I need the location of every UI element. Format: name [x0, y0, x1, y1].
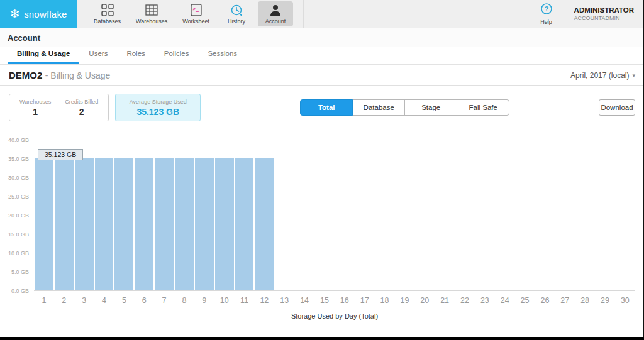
y-tick-label: 25.0 GB [5, 194, 34, 200]
x-tick-label: 21 [435, 296, 455, 305]
bar[interactable] [235, 158, 254, 290]
y-tick-label: 15.0 GB [5, 231, 34, 238]
warehouses-icon [145, 3, 158, 17]
date-selector-value: April, 2017 (local) [570, 71, 629, 80]
warehouses-stat: Warehouses 1 [19, 99, 51, 117]
date-selector[interactable]: April, 2017 (local) ▾ [570, 71, 635, 80]
user-menu[interactable]: ADMINISTRATOR ACCOUNTADMIN [574, 6, 634, 21]
bar-slot [595, 140, 615, 290]
bar[interactable] [55, 158, 74, 290]
x-tick-label: 24 [495, 296, 515, 305]
bar-slot [335, 140, 355, 290]
bar-slot [254, 140, 274, 290]
bar-slot [194, 140, 214, 290]
bar-slot [375, 140, 395, 290]
databases-icon [101, 3, 114, 17]
account-icon [269, 3, 282, 17]
bar[interactable] [215, 158, 234, 290]
x-tick-label: 18 [375, 296, 395, 305]
x-tick-label: 19 [394, 296, 414, 305]
nav-divider [303, 0, 304, 28]
bar-slot [355, 140, 375, 290]
bar[interactable] [175, 158, 194, 290]
bar[interactable] [95, 158, 114, 290]
x-axis-title: Storage Used by Day (Total) [34, 312, 635, 320]
x-tick-label: 29 [595, 296, 615, 305]
bar-slot [174, 140, 194, 290]
worksheet-icon: >_ [189, 3, 203, 17]
y-tick-label: 5.0 GB [5, 269, 34, 275]
nav-item-label: Warehouses [136, 18, 167, 25]
y-tick-label: 35.0 GB [5, 156, 34, 162]
nav-item-databases[interactable]: Databases [88, 1, 126, 26]
x-tick-label: 11 [235, 296, 255, 305]
nav-item-worksheet[interactable]: >_ Worksheet [177, 1, 215, 26]
bar[interactable] [75, 158, 94, 290]
x-tick-label: 14 [294, 296, 314, 305]
x-tick-label: 20 [414, 296, 435, 305]
storage-value: 35.123 GB [130, 107, 187, 117]
bar-slot [555, 140, 575, 290]
y-tick-label: 40.0 GB [5, 137, 34, 143]
section-header: Account [0, 28, 644, 47]
bar-slot [235, 140, 255, 290]
segment-stage[interactable]: Stage [404, 99, 457, 116]
nav-item-warehouses[interactable]: Warehouses [130, 1, 173, 26]
snowflake-logo[interactable]: ❄ snowflake [0, 0, 77, 28]
stats-row: Warehouses 1 Credits Billed 2 Average St… [0, 86, 644, 121]
tab-billing-usage[interactable]: Billing & Usage [8, 50, 79, 64]
x-tick-label: 22 [455, 296, 475, 305]
x-tick-label: 30 [615, 296, 635, 305]
help-label: Help [540, 19, 552, 25]
x-axis: 1234567891011121314151617181920212223242… [34, 296, 635, 305]
bar[interactable] [114, 158, 133, 290]
bar[interactable] [255, 158, 274, 290]
snowflake-console: ❄ snowflake Databases Warehouses >_ Wo [0, 0, 644, 340]
storage-chart: 40.0 GB35.0 GB30.0 GB25.0 GB20.0 GB15.0 … [5, 140, 635, 320]
nav-item-label: Databases [94, 18, 121, 25]
nav-item-account[interactable]: Account [258, 1, 293, 26]
plot-area: 35.123 GB [34, 140, 635, 291]
download-button[interactable]: Download [599, 99, 635, 116]
y-tick-label: 10.0 GB [5, 250, 34, 256]
x-tick-label: 27 [555, 296, 575, 305]
account-name: DEMO2 [9, 70, 42, 80]
nav-item-label: History [228, 18, 245, 25]
bar[interactable] [135, 158, 153, 290]
x-tick-label: 16 [335, 296, 355, 305]
warehouses-label: Warehouses [19, 99, 51, 105]
nav-item-history[interactable]: History [219, 1, 254, 26]
help-button[interactable]: ? Help [540, 3, 553, 25]
bar-slot [435, 140, 455, 290]
storage-label: Average Storage Used [130, 99, 187, 105]
x-tick-label: 23 [475, 296, 495, 305]
x-tick-label: 9 [194, 296, 214, 305]
segment-database[interactable]: Database [352, 99, 405, 116]
bar-slot [394, 140, 414, 290]
x-tick-label: 4 [94, 296, 114, 305]
title-row: DEMO2 - Billing & Usage April, 2017 (loc… [0, 65, 644, 86]
y-tick-label: 20.0 GB [5, 212, 34, 219]
bar[interactable] [155, 158, 174, 290]
x-tick-label: 8 [174, 296, 194, 305]
bar-slot [134, 140, 154, 290]
tab-roles[interactable]: Roles [117, 50, 154, 64]
segment-fail-safe[interactable]: Fail Safe [457, 99, 509, 116]
tab-policies[interactable]: Policies [155, 50, 199, 64]
tab-users[interactable]: Users [79, 50, 117, 64]
bar[interactable] [195, 158, 214, 290]
plot-wrap: 35.123 GB 123456789101112131415161718192… [34, 140, 635, 320]
x-tick-label: 7 [154, 296, 174, 305]
x-tick-label: 6 [134, 296, 154, 305]
snowflake-logo-icon: ❄ [9, 8, 20, 20]
tab-sessions[interactable]: Sessions [198, 50, 247, 64]
segment-total[interactable]: Total [300, 99, 353, 116]
bars [34, 140, 635, 290]
x-tick-label: 1 [34, 296, 54, 305]
user-name: ADMINISTRATOR [574, 6, 634, 14]
bar-slot [495, 140, 515, 290]
bar-slot [74, 140, 94, 290]
bar-slot [314, 140, 335, 290]
bar-slot [114, 140, 134, 290]
bar[interactable] [35, 158, 53, 290]
